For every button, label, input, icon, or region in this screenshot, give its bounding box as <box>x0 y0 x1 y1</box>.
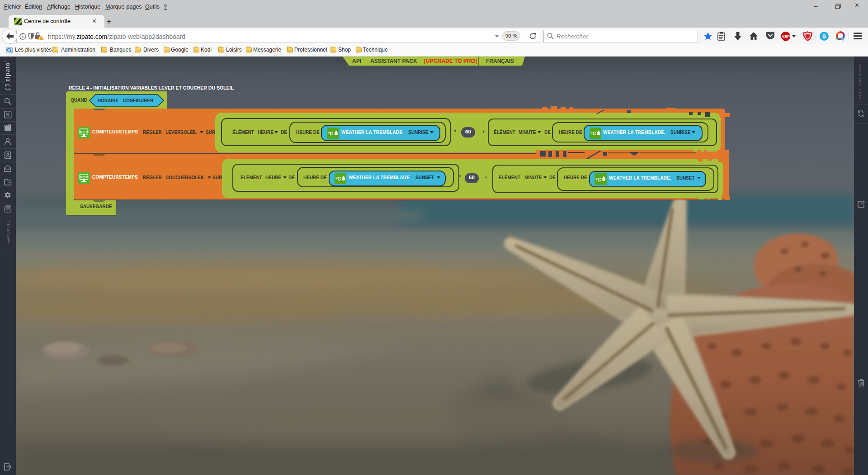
svg-text:S: S <box>822 33 826 40</box>
svg-text:HTTP: HTTP <box>80 130 88 133</box>
svg-text:°C: °C <box>335 176 341 181</box>
svg-text:ABP: ABP <box>782 34 790 39</box>
svg-text:°C: °C <box>590 131 596 136</box>
svg-text:CONFIGURER: CONFIGURER <box>123 98 154 103</box>
svg-text:°C: °C <box>328 131 333 136</box>
svg-text:!: ! <box>39 37 40 40</box>
svg-text:HORAIRE: HORAIRE <box>98 98 118 103</box>
svg-text:°C: °C <box>595 177 601 182</box>
svg-text:HTTP: HTTP <box>80 176 88 179</box>
